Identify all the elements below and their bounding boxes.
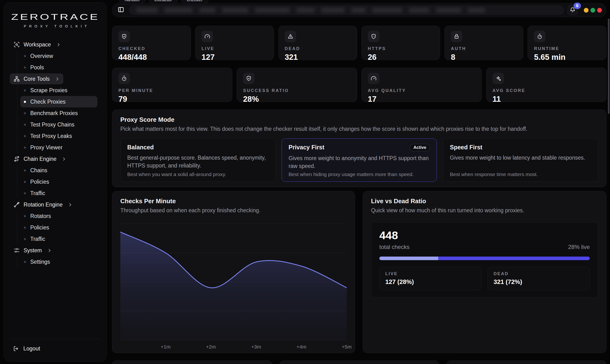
- ratio-box-live: LIVE127 (28%): [379, 267, 481, 290]
- sidebar-item-settings[interactable]: Settings: [17, 256, 101, 268]
- sidebar-sublist-workspace: OverviewPools: [17, 50, 101, 73]
- bullet-icon: [24, 135, 26, 137]
- throughput-chart: [120, 224, 347, 340]
- redacted-text-blob: [372, 8, 402, 13]
- sidebar-section-label: Rotation Engine: [24, 202, 63, 208]
- sidebar-item-label: Proxy Viewer: [30, 144, 63, 151]
- sidebar-item-rotators[interactable]: Rotators: [17, 210, 101, 222]
- sidebar-item-label: Check Proxies: [30, 99, 65, 105]
- timer-icon: [118, 73, 130, 84]
- live-dead-progress-bar: [379, 257, 590, 260]
- sidebar-item-policies[interactable]: Policies: [17, 222, 101, 233]
- ratio-box-dead: DEAD321 (72%): [488, 267, 590, 290]
- bottom-cards-row: Score BreakdownAnonymity MixProtocol Bre…: [112, 360, 606, 364]
- x-tick-label: +5m: [342, 344, 351, 350]
- chevron-right-icon: [56, 42, 61, 47]
- mode-card-speed-first[interactable]: Speed FirstGives more weight to low late…: [443, 138, 598, 182]
- window-dots: [584, 8, 602, 13]
- sidebar-item-proxy-viewer[interactable]: Proxy Viewer: [17, 142, 101, 153]
- stat-card-success-ratio: SUCCESS RATIO28%: [237, 68, 357, 102]
- redacted-text-blob: [164, 8, 193, 13]
- sidebar-sublist-core-tools: Scrape ProxiesCheck ProxiesBenchmark Pro…: [17, 85, 101, 153]
- sidebar-toggle-button[interactable]: [116, 5, 126, 15]
- scrollbar-thumb[interactable]: [608, 19, 610, 114]
- topbar-pills: handoffextractorchecker: [119, 0, 208, 4]
- ratio-box-label: LIVE: [385, 271, 476, 276]
- yellow-dot[interactable]: [584, 8, 589, 13]
- sidebar-item-check-proxies[interactable]: Check Proxies: [20, 96, 97, 107]
- mode-description: Best general-purpose score. Balances spe…: [127, 154, 269, 169]
- mode-card-privacy-first[interactable]: Privacy FirstActiveGives more weight to …: [282, 138, 437, 182]
- sidebar-section-label: Chain Engine: [24, 156, 56, 162]
- tag-pill-handoff[interactable]: handoff: [119, 0, 145, 4]
- redacted-text-blob: [409, 8, 430, 13]
- sidebar-item-pools[interactable]: Pools: [17, 62, 101, 73]
- sidebar-item-label: Scrape Proxies: [30, 87, 67, 94]
- stat-label: SUCCESS RATIO: [243, 88, 350, 93]
- stat-card-checked: CHECKED448/448: [112, 26, 191, 60]
- throughput-chart-svg: [120, 224, 347, 340]
- sidebar-section-chain-engine[interactable]: Chain Engine: [10, 153, 70, 164]
- tag-pill-extractor[interactable]: extractor: [149, 0, 178, 4]
- sidebar-item-traffic[interactable]: Traffic: [17, 233, 101, 245]
- stat-card-avg-score: AVG SCORE11: [486, 68, 606, 102]
- ratio-summary: 448 total checks 28% live LIVE127 (28%)D…: [371, 222, 598, 298]
- stat-value: 11: [493, 95, 600, 104]
- stat-label: AVG QUALITY: [368, 88, 475, 93]
- sidebar-sublist-chain-engine: ChainsPoliciesTraffic: [17, 165, 101, 199]
- sidebar-nav: WorkspaceOverviewPoolsCore ToolsScrape P…: [10, 39, 101, 268]
- sidebar-item-label: Policies: [30, 179, 49, 185]
- stat-card-auth: AUTH8: [444, 26, 523, 60]
- redacted-text-blob: [351, 8, 366, 13]
- mode-description: Gives more weight to anonymity and HTTPS…: [288, 154, 430, 170]
- stat-label: DEAD: [285, 46, 351, 51]
- sidebar-section-workspace[interactable]: Workspace: [10, 39, 65, 50]
- sidebar-section-rotation-engine[interactable]: Rotation Engine: [10, 199, 76, 210]
- chevron-right-icon: [68, 203, 72, 207]
- red-dot[interactable]: [597, 8, 602, 13]
- stat-card-per-minute: PER MINUTE79: [112, 68, 232, 102]
- sidebar-item-benchmark-proxies[interactable]: Benchmark Proxies: [17, 107, 101, 119]
- sidebar-section-label: System: [24, 247, 42, 254]
- sidebar-item-label: Benchmark Proxies: [30, 110, 78, 117]
- sidebar-item-label: Test Proxy Chains: [30, 121, 74, 128]
- bullet-icon: [24, 101, 26, 103]
- redacted-text-blob: [136, 8, 158, 13]
- bullet-icon: [24, 169, 26, 171]
- score-mode-card: Proxy Score Mode Pick what matters most …: [112, 110, 606, 187]
- sidebar-footer: Logout: [10, 339, 101, 355]
- bullet-icon: [24, 227, 26, 229]
- mode-card-balanced[interactable]: BalancedBest general-purpose score. Bala…: [120, 138, 275, 182]
- sidebar-sublist-rotation-engine: RotatorsPoliciesTraffic: [17, 210, 101, 245]
- sidebar-item-traffic[interactable]: Traffic: [17, 187, 101, 199]
- tag-pill-checker[interactable]: checker: [181, 0, 208, 4]
- sidebar-section-label: Core Tools: [24, 76, 50, 82]
- sidebar-section-system[interactable]: System: [10, 245, 55, 256]
- sidebar-item-overview[interactable]: Overview: [17, 50, 101, 62]
- stat-value: 79: [118, 95, 226, 104]
- alert-triangle-icon: [285, 31, 296, 42]
- ratio-subtitle: Quick view of how much of this run turne…: [371, 207, 598, 214]
- green-dot[interactable]: [590, 8, 595, 13]
- bullet-icon: [24, 146, 26, 149]
- topbar: 6: [112, 3, 606, 17]
- x-tick-label: +3m: [251, 344, 261, 350]
- sidebar-section-core-tools[interactable]: Core Tools: [10, 73, 63, 84]
- search-input[interactable]: [129, 5, 564, 15]
- sidebar-item-policies[interactable]: Policies: [17, 176, 101, 187]
- sidebar-item-scrape-proxies[interactable]: Scrape Proxies: [17, 85, 101, 96]
- logout-button[interactable]: Logout: [10, 342, 101, 355]
- bullet-icon: [24, 124, 26, 126]
- sidebar-item-chains[interactable]: Chains: [17, 165, 101, 176]
- section-card-protocol-breakdown: Protocol Breakdown: [446, 360, 606, 364]
- sidebar-item-test-proxy-chains[interactable]: Test Proxy Chains: [17, 119, 101, 130]
- sidebar-item-test-proxy-leaks[interactable]: Test Proxy Leaks: [17, 130, 101, 142]
- ratio-box-value: 127 (28%): [385, 278, 476, 286]
- mode-description: Gives more weight to low latency and sta…: [450, 154, 591, 162]
- sidebar-item-label: Traffic: [30, 236, 45, 242]
- redacted-text-blob: [199, 8, 216, 13]
- timer-icon: [534, 31, 545, 42]
- chevron-right-icon: [62, 157, 66, 161]
- x-tick-label: +4m: [297, 344, 306, 350]
- sidebar-item-label: Settings: [30, 259, 50, 265]
